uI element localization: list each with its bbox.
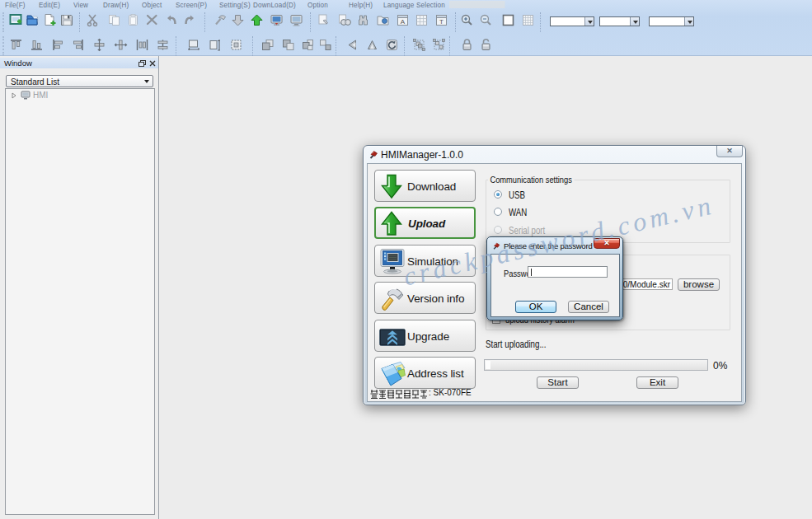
svg-text:A: A	[400, 18, 405, 26]
svg-text:T: T	[439, 18, 444, 26]
